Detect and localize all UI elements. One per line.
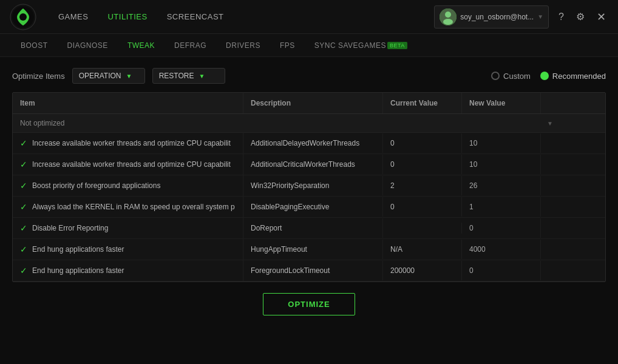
- row-item-2: ✓ Boost priority of foreground applicati…: [13, 175, 243, 196]
- row-new-6: 0: [462, 261, 541, 280]
- check-icon: ✓: [20, 181, 27, 190]
- row-current-1: 0: [383, 155, 462, 174]
- row-action-0: [541, 138, 559, 149]
- group-collapse-arrow[interactable]: ▼: [541, 114, 559, 132]
- custom-label: Custom: [503, 72, 531, 81]
- col-description: Description: [243, 93, 383, 113]
- sub-navigation: BOOST DIAGNOSE TWEAK DEFRAG DRIVERS FPS …: [0, 34, 618, 57]
- row-item-6: ✓ End hung applications faster: [13, 260, 243, 281]
- col-new-value: New Value: [462, 93, 541, 113]
- user-name: soy_un_osborn@hot...: [460, 13, 534, 21]
- sub-tab-diagnose[interactable]: DIAGNOSE: [59, 39, 117, 52]
- row-item-0: ✓ Increase available worker threads and …: [13, 133, 243, 153]
- row-new-4: 0: [462, 218, 541, 238]
- row-current-5: N/A: [383, 240, 462, 259]
- row-action-2: [541, 180, 559, 191]
- row-action-6: [541, 265, 559, 276]
- nav-tab-screencast[interactable]: SCREENCAST: [160, 8, 231, 25]
- row-desc-3: DisablePagingExecutive: [243, 197, 383, 217]
- table-header: Item Description Current Value New Value: [13, 93, 605, 114]
- row-new-2: 26: [462, 176, 541, 195]
- check-icon: ✓: [20, 202, 27, 212]
- toggle-group: Custom Recommended: [491, 72, 606, 81]
- sub-tab-drivers[interactable]: DRIVERS: [217, 39, 269, 52]
- check-icon: ✓: [20, 244, 27, 254]
- row-desc-5: HungAppTimeout: [243, 240, 383, 259]
- sub-tab-fps[interactable]: FPS: [271, 39, 304, 52]
- group-row-not-optimized: Not optimized ▼: [13, 114, 605, 133]
- row-desc-4: DoReport: [243, 218, 383, 238]
- operation-dropdown-arrow: ▼: [126, 73, 132, 79]
- row-new-3: 1: [462, 197, 541, 217]
- tweak-table: Item Description Current Value New Value…: [12, 92, 606, 282]
- svg-point-5: [443, 19, 453, 25]
- beta-badge: BETA: [387, 42, 407, 49]
- operation-dropdown-value: OPERATION: [79, 72, 121, 80]
- row-desc-6: ForegroundLockTimeout: [243, 261, 383, 280]
- row-desc-1: AdditionalCriticalWorkerThreads: [243, 155, 383, 174]
- table-row: ✓ Disable Error Reporting DoReport 0: [13, 218, 605, 239]
- sub-tab-boost[interactable]: BOOST: [12, 39, 56, 52]
- nav-tab-utilities[interactable]: UTILITIES: [100, 8, 154, 25]
- row-current-0: 0: [383, 133, 462, 153]
- app-logo: [10, 4, 36, 30]
- settings-icon[interactable]: ⚙: [574, 8, 587, 25]
- main-nav-tabs: GAMES UTILITIES SCREENCAST: [51, 8, 434, 25]
- svg-point-4: [445, 12, 451, 18]
- row-current-4: [383, 223, 462, 234]
- sub-tab-sync-savegames[interactable]: SYNC SAVEGAMESBETA: [306, 39, 416, 52]
- sub-tab-tweak[interactable]: TWEAK: [119, 39, 163, 52]
- table-row: ✓ Increase available worker threads and …: [13, 154, 605, 175]
- recommended-radio: [540, 72, 549, 80]
- table-body: Not optimized ▼ ✓ Increase available wor…: [13, 114, 605, 281]
- row-item-4: ✓ Disable Error Reporting: [13, 218, 243, 238]
- table-row: ✓ Boost priority of foreground applicati…: [13, 175, 605, 197]
- row-item-1: ✓ Increase available worker threads and …: [13, 154, 243, 175]
- top-navigation: GAMES UTILITIES SCREENCAST soy_un_osborn…: [0, 0, 618, 34]
- recommended-toggle[interactable]: Recommended: [540, 72, 606, 81]
- recommended-label: Recommended: [552, 72, 606, 81]
- restore-dropdown-value: RESTORE: [159, 72, 194, 80]
- svg-point-2: [19, 13, 27, 21]
- check-icon: ✓: [20, 160, 27, 169]
- table-row: ✓ End hung applications faster HungAppTi…: [13, 239, 605, 260]
- user-badge[interactable]: soy_un_osborn@hot... ▼: [434, 5, 549, 29]
- check-icon: ✓: [20, 223, 27, 233]
- table-row: ✓ Always load the KERNEL in RAM to speed…: [13, 197, 605, 218]
- row-desc-2: Win32PrioritySeparation: [243, 176, 383, 195]
- custom-toggle[interactable]: Custom: [491, 72, 531, 81]
- optimize-button[interactable]: OPTIMIZE: [263, 293, 355, 315]
- check-icon: ✓: [20, 266, 27, 275]
- operation-dropdown[interactable]: OPERATION ▼: [72, 68, 145, 84]
- table-row: ✓ Increase available worker threads and …: [13, 133, 605, 154]
- close-button[interactable]: ✕: [594, 8, 608, 26]
- user-dropdown-icon: ▼: [537, 13, 543, 20]
- table-row: ✓ End hung applications faster Foregroun…: [13, 260, 605, 281]
- row-action-1: [541, 159, 559, 170]
- filter-bar: Optimize Items OPERATION ▼ RESTORE ▼ Cus…: [12, 68, 606, 84]
- optimize-items-label: Optimize Items: [12, 72, 65, 81]
- top-right-controls: soy_un_osborn@hot... ▼ ? ⚙ ✕: [434, 5, 608, 29]
- row-item-5: ✓ End hung applications faster: [13, 239, 243, 260]
- row-current-6: 200000: [383, 261, 462, 280]
- help-icon[interactable]: ?: [556, 9, 566, 25]
- row-new-5: 4000: [462, 240, 541, 259]
- nav-tab-games[interactable]: GAMES: [51, 8, 95, 25]
- row-desc-0: AdditionalDelayedWorkerThreads: [243, 133, 383, 153]
- check-icon: ✓: [20, 138, 27, 148]
- col-current-value: Current Value: [383, 93, 462, 113]
- sub-tab-defrag[interactable]: DEFRAG: [166, 39, 215, 52]
- restore-dropdown-arrow: ▼: [199, 73, 205, 79]
- restore-dropdown[interactable]: RESTORE ▼: [152, 68, 225, 84]
- row-current-2: 2: [383, 176, 462, 195]
- row-new-0: 10: [462, 133, 541, 153]
- custom-radio: [491, 72, 500, 80]
- row-action-4: [541, 223, 559, 234]
- col-actions: [541, 93, 559, 113]
- col-item: Item: [13, 93, 243, 113]
- group-label: Not optimized: [13, 114, 541, 132]
- row-action-5: [541, 244, 559, 255]
- row-new-1: 10: [462, 155, 541, 174]
- row-action-3: [541, 201, 559, 212]
- avatar: [440, 8, 457, 25]
